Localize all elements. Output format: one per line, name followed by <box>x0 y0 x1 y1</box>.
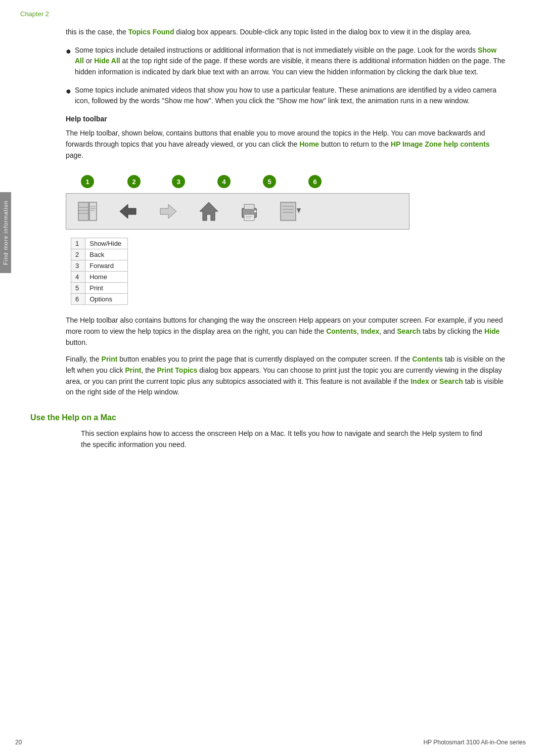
callout-1: 1 <box>81 175 94 188</box>
page-container: Find more information Chapter 2 this is … <box>0 0 546 756</box>
legend-row-3: 3 Forward <box>71 260 128 272</box>
legend-row-5: 5 Print <box>71 283 128 294</box>
toolbar-icon-forward <box>155 198 181 225</box>
chapter-label: Chapter 2 <box>20 10 49 18</box>
mac-section-para: This section explains how to access the … <box>81 428 485 450</box>
bullet-dot: ● <box>66 86 75 96</box>
legend-row-4: 4 Home <box>71 272 128 283</box>
legend-row-1: 1 Show/Hide <box>71 238 128 249</box>
legend-label-4: Home <box>85 272 128 283</box>
intro-rest: dialog box appears. Double-click any top… <box>176 28 471 36</box>
legend-row-6: 6 Options <box>71 294 128 305</box>
legend-row-2: 2 Back <box>71 249 128 260</box>
legend-num-3: 3 <box>71 260 85 272</box>
help-toolbar-section: Help toolbar The Help toolbar, shown bel… <box>66 115 506 398</box>
svg-marker-21 <box>297 208 301 213</box>
index-link2[interactable]: Index <box>411 377 429 385</box>
legend-label-5: Print <box>85 283 128 294</box>
toolbar-icon-home <box>196 198 222 225</box>
callout-3: 3 <box>172 175 185 188</box>
legend-num-5: 5 <box>71 283 85 294</box>
footer-page-number: 20 <box>15 739 22 746</box>
callout-5: 5 <box>263 175 276 188</box>
sidebar-label: Find more information <box>3 200 9 265</box>
intro-section: this is the case, the Topics Found dialo… <box>66 27 506 107</box>
svg-point-16 <box>254 210 256 212</box>
svg-rect-4 <box>89 202 97 220</box>
legend-label-3: Forward <box>85 260 128 272</box>
legend-num-1: 1 <box>71 238 85 249</box>
legend-num-6: 6 <box>71 294 85 305</box>
help-toolbar-para1: The Help toolbar, shown below, contains … <box>66 128 506 161</box>
contents-link[interactable]: Contents <box>326 327 357 335</box>
bullet-list: ● Some topics include detailed instructi… <box>66 45 506 107</box>
intro-para: this is the case, the Topics Found dialo… <box>66 27 506 38</box>
search-link2[interactable]: Search <box>439 377 463 385</box>
legend-num-2: 2 <box>71 249 85 260</box>
search-link[interactable]: Search <box>397 327 421 335</box>
mac-section-heading: Use the Help on a Mac <box>30 413 506 422</box>
show-all-link[interactable]: Show All <box>75 46 496 65</box>
mac-section-body: This section explains how to access the … <box>81 428 485 450</box>
legend-table: 1 Show/Hide 2 Back 3 Forward 4 <box>71 238 128 305</box>
help-toolbar-para3: Finally, the Print button enables you to… <box>66 354 506 398</box>
bullet-text-2: Some topics include animated videos that… <box>75 85 506 107</box>
svg-marker-10 <box>200 202 218 220</box>
callouts-row: 1 2 3 4 5 6 <box>66 171 410 191</box>
svg-rect-0 <box>78 202 88 220</box>
mac-section: Use the Help on a Mac This section expla… <box>30 413 506 450</box>
hide-all-link[interactable]: Hide All <box>94 57 120 65</box>
home-link[interactable]: Home <box>299 140 319 148</box>
print-link[interactable]: Print <box>102 355 118 363</box>
help-toolbar-para2: The Help toolbar also contains buttons f… <box>66 315 506 348</box>
toolbar-icon-print <box>236 198 262 225</box>
list-item: ● Some topics include animated videos th… <box>66 85 506 107</box>
bullet-text-1: Some topics include detailed instruction… <box>75 45 506 78</box>
hide-link[interactable]: Hide <box>484 327 499 335</box>
list-item: ● Some topics include detailed instructi… <box>66 45 506 78</box>
callout-6: 6 <box>308 175 322 188</box>
content-area: Chapter 2 this is the case, the Topics F… <box>15 0 526 476</box>
intro-text: this is the case, the <box>66 28 126 36</box>
toolbar-box <box>66 193 410 230</box>
print-link2[interactable]: Print <box>125 366 142 374</box>
legend-label-2: Back <box>85 249 128 260</box>
toolbar-icon-showhide <box>74 198 101 225</box>
index-link[interactable]: Index <box>361 327 380 335</box>
help-toolbar-heading: Help toolbar <box>66 115 506 123</box>
toolbar-icon-back <box>115 198 141 225</box>
toolbar-diagram: 1 2 3 4 5 6 <box>66 171 506 305</box>
page-footer: 20 HP Photosmart 3100 All-in-One series <box>15 739 526 746</box>
sidebar-tab: Find more information <box>0 192 11 273</box>
svg-rect-17 <box>281 202 296 220</box>
topics-found-link[interactable]: Topics Found <box>128 28 174 36</box>
svg-marker-9 <box>160 204 176 218</box>
hp-image-zone-link[interactable]: HP Image Zone help contents <box>391 140 490 148</box>
contents-link2[interactable]: Contents <box>412 355 443 363</box>
footer-product: HP Photosmart 3100 All-in-One series <box>423 739 526 746</box>
chapter-header: Chapter 2 <box>20 10 526 18</box>
svg-rect-12 <box>244 204 254 209</box>
legend-label-1: Show/Hide <box>85 238 128 249</box>
legend-label-6: Options <box>85 294 128 305</box>
legend-num-4: 4 <box>71 272 85 283</box>
callout-2: 2 <box>127 175 141 188</box>
toolbar-icon-options <box>277 198 303 225</box>
print-topics-link[interactable]: Print Topics <box>157 366 198 374</box>
callout-4: 4 <box>217 175 231 188</box>
svg-marker-8 <box>120 204 136 218</box>
svg-rect-13 <box>244 214 254 220</box>
bullet-dot: ● <box>66 47 75 56</box>
